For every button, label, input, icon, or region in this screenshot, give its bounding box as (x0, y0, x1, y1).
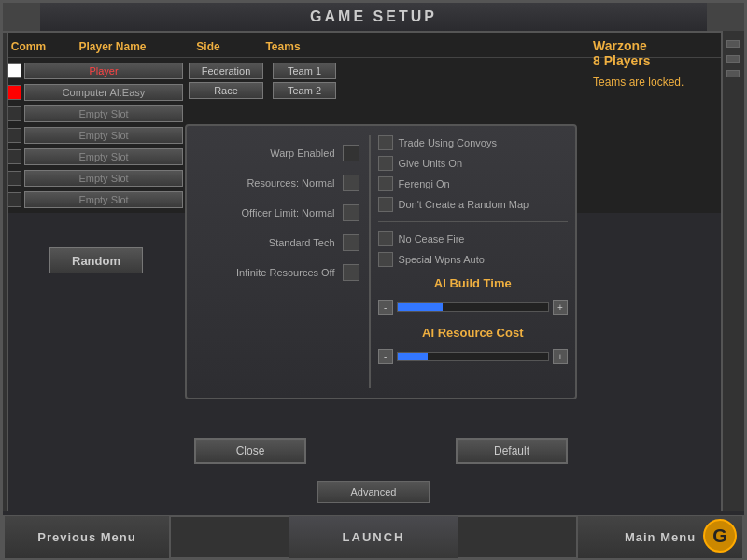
settings-right: Trade Using Convoys Give Units On Fereng… (371, 126, 575, 398)
deco-dot (726, 70, 740, 77)
setting-row: Warp Enabled (196, 145, 359, 161)
header-teams: Teams (246, 40, 320, 53)
no-cease-fire-checkbox[interactable] (378, 231, 393, 246)
player-row: Computer AI:Easy (5, 82, 183, 103)
default-button[interactable]: Default (456, 438, 568, 464)
info-title: Warzone (593, 38, 727, 53)
slider-plus[interactable]: + (553, 349, 568, 364)
info-locked: Teams are locked. (593, 76, 727, 89)
slider-fill (398, 303, 443, 311)
info-subtitle: 8 Players (593, 53, 727, 68)
setting-label: Officer Limit: Normal (242, 207, 335, 218)
checkbox-label: No Cease Fire (399, 233, 465, 245)
setting-row: Infinite Resources Off (196, 264, 359, 281)
player-name-button[interactable]: Player (24, 63, 183, 79)
random-area: Random (3, 244, 185, 277)
player-name-button[interactable]: Empty Slot (24, 127, 183, 144)
bottom-nav: Previous Menu LAUNCH Main Menu (3, 515, 744, 557)
info-panel: Warzone 8 Players Teams are locked. (585, 31, 735, 96)
setting-row: Standard Tech (196, 234, 359, 251)
standard-tech-checkbox[interactable] (343, 234, 359, 251)
random-button[interactable]: Random (49, 247, 143, 273)
checkbox-label: Give Units On (399, 158, 462, 169)
team-button[interactable]: Team 1 (273, 63, 336, 79)
slider-plus[interactable]: + (553, 300, 568, 315)
previous-menu-button[interactable]: Previous Menu (3, 516, 171, 558)
setting-label: Resources: Normal (247, 177, 334, 189)
setting-row: Officer Limit: Normal (196, 204, 359, 221)
ai-build-time-label: AI Build Time (378, 276, 568, 290)
side-button[interactable]: Race (189, 82, 263, 99)
page-title: GAME SETUP (310, 8, 437, 24)
player-name-button[interactable]: Empty Slot (24, 148, 183, 165)
right-divider (378, 221, 568, 222)
setting-label: Infinite Resources Off (236, 267, 335, 278)
ai-resource-cost-slider: - + (378, 349, 568, 364)
player-row: Empty Slot (5, 104, 183, 124)
player-row: Empty Slot (5, 125, 183, 146)
bottom-buttons: Close Default (185, 438, 577, 464)
checkbox-row: Special Wpns Auto (378, 252, 568, 267)
player-row: Empty Slot (5, 189, 183, 210)
checkbox-row: No Cease Fire (378, 231, 568, 246)
close-button[interactable]: Close (194, 438, 306, 464)
player-row: Player (5, 61, 183, 81)
team-button[interactable]: Team 2 (273, 82, 336, 99)
random-map-checkbox[interactable] (378, 197, 393, 212)
checkbox-row: Give Units On (378, 156, 568, 171)
checkbox-row: Trade Using Convoys (378, 135, 568, 150)
checkbox-row: Don't Create a Random Map (378, 197, 568, 212)
setting-row: Resources: Normal (196, 175, 359, 191)
checkbox-label: Ferengi On (399, 178, 450, 189)
give-units-checkbox[interactable] (378, 156, 393, 171)
checkbox-label: Don't Create a Random Map (399, 199, 529, 210)
launch-button[interactable]: LAUNCH (289, 516, 458, 558)
slider-track[interactable] (397, 302, 549, 312)
ai-build-time-slider: - + (378, 300, 568, 315)
header-comm: Comm (3, 40, 54, 53)
resources-checkbox[interactable] (343, 175, 359, 191)
deco-dot (726, 55, 740, 63)
checkbox-label: Special Wpns Auto (399, 254, 485, 265)
g-logo[interactable]: G (703, 519, 737, 553)
checkbox-row: Ferengi On (378, 176, 568, 191)
settings-left: Warp Enabled Resources: Normal Officer L… (187, 126, 369, 398)
trade-convoys-checkbox[interactable] (378, 135, 393, 150)
player-row: Empty Slot (5, 168, 183, 189)
special-wpns-checkbox[interactable] (378, 252, 393, 267)
ai-resource-cost-label: AI Resource Cost (378, 326, 568, 340)
officer-limit-checkbox[interactable] (343, 204, 359, 221)
player-name-button[interactable]: Empty Slot (24, 105, 183, 122)
title-bar: GAME SETUP (3, 3, 744, 33)
main-frame: GAME SETUP Comm Player Name Side Teams P… (0, 0, 747, 560)
slider-minus[interactable]: - (378, 349, 393, 364)
right-side-decoration (721, 31, 744, 511)
player-name-button[interactable]: Empty Slot (24, 191, 183, 208)
advanced-button[interactable]: Advanced (317, 481, 430, 503)
header-side: Side (171, 40, 246, 53)
player-name-button[interactable]: Empty Slot (24, 170, 183, 187)
deco-dot (726, 40, 740, 48)
ferengi-checkbox[interactable] (378, 176, 393, 191)
side-button[interactable]: Federation (189, 63, 263, 79)
infinite-resources-checkbox[interactable] (343, 264, 359, 281)
setting-label: Standard Tech (269, 237, 335, 248)
player-row: Empty Slot (5, 147, 183, 167)
header-player: Player Name (54, 40, 171, 53)
checkbox-label: Trade Using Convoys (399, 137, 497, 148)
slider-track[interactable] (397, 352, 549, 361)
player-name-button[interactable]: Computer AI:Easy (24, 84, 183, 101)
slider-fill (398, 353, 428, 360)
player-list: Player Computer AI:Easy Empty Slot Empty… (3, 58, 185, 213)
slider-minus[interactable]: - (378, 300, 393, 315)
settings-panel: Warp Enabled Resources: Normal Officer L… (185, 124, 577, 399)
setting-label: Warp Enabled (270, 147, 334, 159)
warp-enabled-checkbox[interactable] (343, 145, 359, 161)
